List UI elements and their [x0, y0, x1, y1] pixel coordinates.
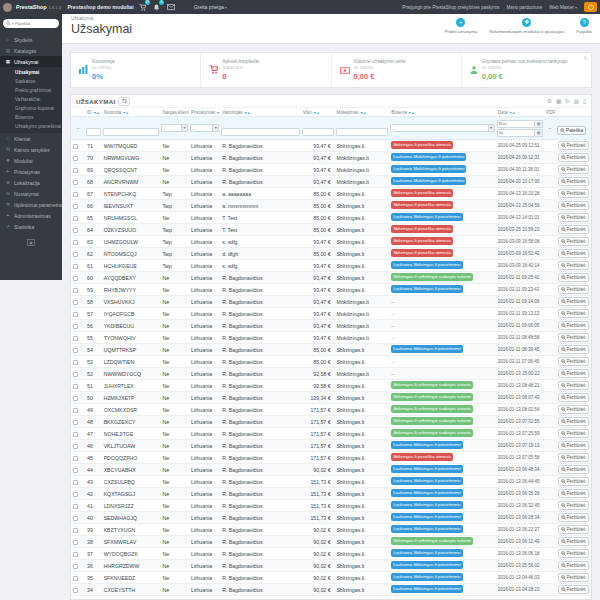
view-order-button[interactable]: Peržiūrėti	[558, 453, 589, 462]
row-checkbox[interactable]	[73, 264, 78, 269]
user-menu-dropdown[interactable]: Web Master	[549, 5, 577, 10]
calendar-icon[interactable]: ▦	[535, 129, 543, 137]
marketplace-link[interactable]: Prisijungti prie PrestaShop prekybinės p…	[402, 5, 499, 10]
view-order-button[interactable]: Peržiūrėti	[558, 333, 589, 342]
filter-search-button[interactable]: Paieška	[557, 126, 587, 135]
sidebar-item-klientai[interactable]: ☺Klientai	[0, 133, 62, 144]
date-from-input[interactable]	[497, 120, 535, 128]
row-checkbox[interactable]	[73, 432, 78, 437]
collapse-menu-button[interactable]: ▣	[27, 239, 35, 246]
sidebar-subitem-vaztarasciai[interactable]: Važtaraščiai	[0, 95, 62, 104]
sidebar-subitem-prekiu-grazinimai[interactable]: Prekių grąžinimai	[0, 86, 62, 95]
row-checkbox[interactable]	[73, 216, 78, 221]
row-checkbox[interactable]	[73, 360, 78, 365]
row-checkbox[interactable]	[73, 228, 78, 233]
view-order-button[interactable]: Peržiūrėti	[558, 561, 589, 570]
new-client-filter-select[interactable]: -▼	[161, 124, 188, 132]
shop-logo-avatar[interactable]	[3, 3, 12, 12]
row-checkbox[interactable]	[73, 444, 78, 449]
calendar-icon[interactable]: ▦	[535, 120, 543, 128]
sidebar-item-moduliai[interactable]: ❖Moduliai	[0, 155, 62, 166]
sort-arrows[interactable]: ▼▲	[244, 111, 250, 115]
recommended-modules-button[interactable]: ❖ Rekomenduojami moduliai ir paslaugos	[489, 18, 564, 34]
view-order-button[interactable]: Peržiūrėti	[558, 585, 589, 594]
shop-name-link[interactable]: Prestashop demo moduliai	[67, 4, 133, 10]
brand-logo[interactable]: PrestaShop	[16, 4, 47, 10]
row-checkbox[interactable]	[73, 528, 78, 533]
row-checkbox[interactable]	[73, 408, 78, 413]
customer-filter-input[interactable]	[221, 128, 300, 136]
sort-arrows[interactable]: ▼▲	[123, 111, 129, 115]
row-checkbox[interactable]	[73, 324, 78, 329]
refresh-kpi-icon[interactable]: ↻	[584, 55, 588, 61]
sort-arrows[interactable]: ▼▲	[216, 111, 220, 115]
sidebar-item-lokalizacija[interactable]: ⊕Lokalizacija	[0, 177, 62, 188]
view-order-button[interactable]: Peržiūrėti	[558, 417, 589, 426]
sidebar-subitem-uzsakymo-pranesimai[interactable]: Užsakymo pranešimai	[0, 122, 62, 131]
logout-button[interactable]	[584, 2, 597, 12]
row-checkbox[interactable]	[73, 252, 78, 257]
row-checkbox[interactable]	[73, 240, 78, 245]
sort-arrows[interactable]: ▼▲	[360, 111, 366, 115]
view-order-button[interactable]: Peržiūrėti	[558, 441, 589, 450]
reference-filter-input[interactable]	[103, 128, 160, 136]
sidebar-subitem-uzsakymai[interactable]: Užsakymai	[0, 68, 62, 77]
row-checkbox[interactable]	[73, 288, 78, 293]
row-checkbox[interactable]	[73, 312, 78, 317]
view-order-button[interactable]: Peržiūrėti	[558, 345, 589, 354]
view-order-button[interactable]: Peržiūrėti	[558, 405, 589, 414]
row-checkbox[interactable]	[73, 588, 78, 593]
id-filter-input[interactable]	[86, 128, 101, 136]
export-icon[interactable]: ▦	[556, 98, 561, 104]
messages-button[interactable]	[166, 2, 176, 12]
sort-arrows[interactable]: ▼▲	[408, 111, 414, 115]
view-order-button[interactable]: Peržiūrėti	[558, 321, 589, 330]
row-checkbox[interactable]	[73, 204, 78, 209]
view-order-button[interactable]: Peržiūrėti	[558, 501, 589, 510]
view-order-button[interactable]: Peržiūrėti	[558, 237, 589, 246]
sidebar-item-pristatymas[interactable]: ✈Pristatymas	[0, 166, 62, 177]
sort-arrows[interactable]: ▼▲	[509, 111, 515, 115]
view-order-button[interactable]: Peržiūrėti	[558, 537, 589, 546]
view-order-button[interactable]: Peržiūrėti	[558, 153, 589, 162]
view-order-button[interactable]: Peržiūrėti	[558, 357, 589, 366]
row-checkbox[interactable]	[73, 480, 78, 485]
sidebar-item-isplestiniai-parametrai[interactable]: ⚒Išplėstiniai parametrai	[0, 199, 62, 210]
row-checkbox[interactable]	[73, 540, 78, 545]
row-checkbox[interactable]	[73, 276, 78, 281]
view-order-button[interactable]: Peržiūrėti	[558, 285, 589, 294]
view-order-button[interactable]: Peržiūrėti	[558, 225, 589, 234]
view-order-button[interactable]: Peržiūrėti	[558, 165, 589, 174]
sidebar-subitem-saskaitos[interactable]: Sąskaitos	[0, 77, 62, 86]
sidebar-search[interactable]: ▾	[3, 19, 59, 28]
sql-icon[interactable]: ▤	[574, 98, 579, 104]
row-checkbox[interactable]	[73, 576, 78, 581]
sidebar-item-nustatymai[interactable]: ⚙Nustatymai	[0, 188, 62, 199]
view-order-button[interactable]: Peržiūrėti	[558, 141, 589, 150]
add-order-button[interactable]: + Pridėti užsakymą	[445, 18, 478, 34]
search-scope-caret-icon[interactable]: ▾	[12, 22, 14, 26]
cart-notifications-button[interactable]: 19	[138, 2, 148, 12]
sidebar-item-administravimas[interactable]: ✦Administravimas	[0, 210, 62, 221]
view-order-button[interactable]: Peržiūrėti	[558, 477, 589, 486]
view-order-button[interactable]: Peržiūrėti	[558, 525, 589, 534]
view-order-button[interactable]: Peržiūrėti	[558, 393, 589, 402]
help-button[interactable]: ? Pagalba	[576, 18, 592, 34]
my-shop-link[interactable]: Mano parduotuvė	[507, 5, 543, 10]
gear-icon[interactable]: ⚙	[547, 98, 552, 104]
view-order-button[interactable]: Peržiūrėti	[558, 261, 589, 270]
row-checkbox[interactable]	[73, 504, 78, 509]
row-checkbox[interactable]	[73, 420, 78, 425]
view-order-button[interactable]: Peržiūrėti	[558, 309, 589, 318]
row-checkbox[interactable]	[73, 552, 78, 557]
view-order-button[interactable]: Peržiūrėti	[558, 273, 589, 282]
row-checkbox[interactable]	[73, 372, 78, 377]
view-order-button[interactable]: Peržiūrėti	[558, 297, 589, 306]
row-checkbox[interactable]	[73, 168, 78, 173]
row-checkbox[interactable]	[73, 564, 78, 569]
sort-arrows[interactable]: ▼▲	[313, 111, 319, 115]
sidebar-item-kainos-taisykles[interactable]: %Kainos taisyklės	[0, 144, 62, 155]
row-checkbox[interactable]	[73, 180, 78, 185]
view-order-button[interactable]: Peržiūrėti	[558, 177, 589, 186]
sidebar-item-skydelis[interactable]: ⌂Skydelis	[0, 34, 62, 45]
